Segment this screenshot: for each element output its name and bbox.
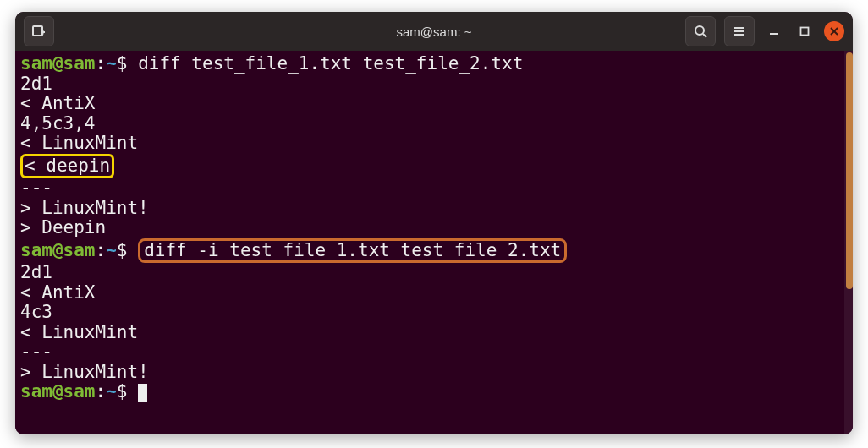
prompt-line-2: sam@sam:~$ diff -i test_file_1.txt test_… (20, 238, 848, 264)
titlebar: sam@sam: ~ (15, 12, 853, 51)
output-line: < AntiX (20, 94, 848, 114)
command-1: diff test_file_1.txt test_file_2.txt (138, 53, 523, 74)
search-button[interactable] (685, 16, 716, 46)
prompt-user: sam@sam (20, 53, 96, 74)
svg-line-4 (703, 34, 706, 37)
output-line: < LinuxMint (20, 134, 848, 154)
prompt-path: ~ (106, 53, 117, 74)
search-icon (694, 25, 707, 38)
prompt-sep: : (96, 240, 107, 260)
prompt-path: ~ (106, 381, 117, 402)
svg-rect-0 (33, 26, 42, 36)
output-line: > Deepin (20, 218, 848, 238)
terminal-body[interactable]: sam@sam:~$ diff test_file_1.txt test_fil… (15, 51, 853, 434)
prompt-path: ~ (106, 240, 117, 260)
output-line: > LinuxMint! (20, 199, 848, 219)
prompt-user: sam@sam (20, 240, 96, 260)
prompt-symbol: $ (117, 240, 128, 260)
prompt-symbol: $ (117, 381, 128, 402)
output-line: 2d1 (20, 263, 848, 283)
new-tab-icon (32, 25, 46, 38)
close-button[interactable] (824, 21, 844, 41)
hamburger-menu-button[interactable] (724, 16, 755, 46)
cursor (138, 384, 147, 402)
minimize-icon (768, 25, 780, 37)
svg-rect-9 (801, 28, 809, 36)
maximize-icon (799, 26, 810, 36)
close-icon (829, 26, 839, 36)
prompt-user: sam@sam (20, 381, 96, 402)
svg-point-3 (695, 26, 704, 35)
hamburger-icon (733, 25, 746, 38)
prompt-sep: : (96, 381, 107, 402)
command-2-highlight-orange: diff -i test_file_1.txt test_file_2.txt (138, 238, 567, 264)
output-line: --- (20, 342, 848, 363)
output-line: --- (20, 178, 848, 199)
output-line: < AntiX (20, 283, 848, 303)
terminal-window: sam@sam: ~ sam@sam:~$ diff test_file_1.t… (15, 12, 853, 434)
scrollbar[interactable] (844, 51, 853, 434)
prompt-sep: : (96, 53, 107, 74)
prompt-symbol: $ (117, 53, 128, 74)
output-line-highlight-yellow: < deepin (20, 154, 848, 179)
output-line: 2d1 (20, 74, 848, 95)
prompt-line-1: sam@sam:~$ diff test_file_1.txt test_fil… (20, 54, 848, 74)
minimize-button[interactable] (763, 20, 785, 42)
prompt-line-3: sam@sam:~$ (20, 382, 848, 402)
maximize-button[interactable] (794, 20, 816, 42)
output-line: 4,5c3,4 (20, 114, 848, 134)
output-line: < LinuxMint (20, 323, 848, 343)
new-tab-button[interactable] (24, 16, 54, 46)
window-title: sam@sam: ~ (397, 25, 472, 39)
output-line: 4c3 (20, 303, 848, 323)
output-line: > LinuxMint! (20, 363, 848, 383)
scrollbar-thumb[interactable] (846, 52, 853, 289)
